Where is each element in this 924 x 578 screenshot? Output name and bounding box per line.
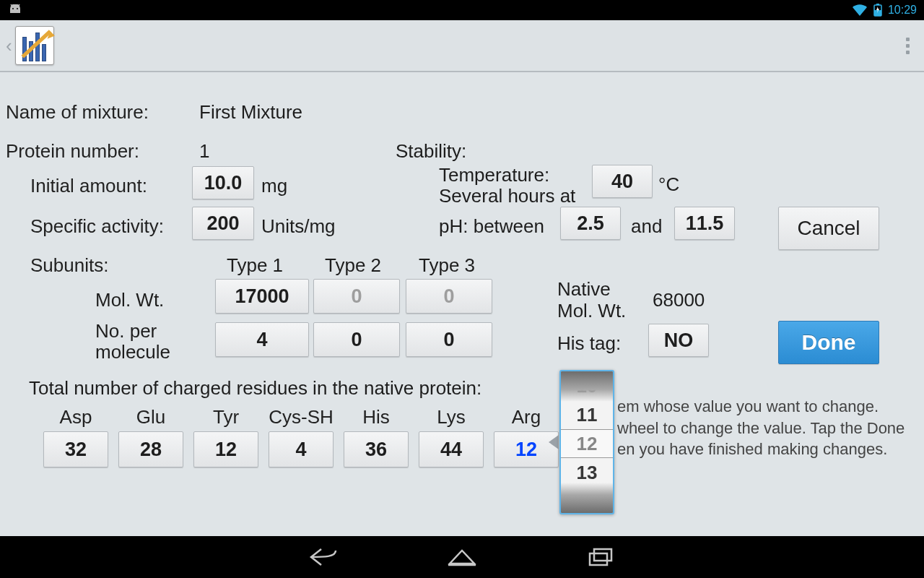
wifi-icon (852, 4, 868, 17)
residue-asp-header: Asp (60, 406, 92, 428)
initial-amount-unit: mg (261, 175, 287, 197)
native-molwt-value: 68000 (653, 289, 705, 311)
back-button[interactable]: ‹ (6, 35, 12, 57)
name-value: First Mixture (199, 101, 302, 124)
specific-activity-label: Specific activity: (30, 215, 164, 238)
molwt-type3-field[interactable]: 0 (406, 279, 492, 314)
molwt-type2-field[interactable]: 0 (313, 279, 400, 314)
cancel-button[interactable]: Cancel (778, 207, 879, 250)
nav-back-button[interactable] (305, 544, 342, 570)
battery-charging-icon (873, 4, 882, 17)
residue-bar: Asp32 Glu28 Tyr12 Cys-SH4 His36 Lys44 Ar… (43, 406, 559, 467)
residue-cys-field[interactable]: 4 (269, 431, 334, 467)
type3-header: Type 3 (419, 254, 475, 277)
specific-activity-unit: Units/mg (261, 215, 336, 238)
npm-type1-field[interactable]: 4 (215, 322, 309, 357)
native-molwt-label: NativeMol. Wt. (557, 279, 626, 322)
residue-his-field[interactable]: 36 (344, 431, 409, 467)
initial-amount-label: Initial amount: (30, 175, 147, 197)
wheel-item[interactable]: 11 (561, 400, 613, 429)
svg-point-0 (12, 8, 14, 9)
residue-tyr-field[interactable]: 12 (193, 431, 258, 467)
number-picker-wheel[interactable]: 10 11 12 13 14 (559, 370, 614, 514)
stability-label: Stability: (396, 140, 466, 163)
android-status-bar: 10:29 (0, 0, 924, 20)
protein-number-label: Protein number: (6, 140, 139, 163)
ph-high-field[interactable]: 11.5 (674, 207, 735, 240)
npm-type3-field[interactable]: 0 (406, 322, 492, 357)
android-nav-bar (0, 536, 924, 578)
temperature-label: Temperature:Several hours at (439, 165, 575, 206)
svg-rect-5 (876, 4, 879, 5)
wheel-item[interactable]: 13 (561, 458, 613, 487)
done-button[interactable]: Done (778, 321, 879, 364)
residue-lys-header: Lys (437, 406, 466, 428)
svg-rect-9 (594, 549, 611, 561)
residue-his-header: His (362, 406, 390, 428)
residue-arg-header: Arg (512, 406, 541, 428)
residue-cys-header: Cys-SH (269, 406, 334, 428)
specific-activity-field[interactable]: 200 (192, 207, 254, 240)
npm-label: No. permolecule (95, 321, 170, 362)
residue-tyr-header: Tyr (213, 406, 239, 428)
residue-lys-field[interactable]: 44 (419, 431, 484, 467)
type1-header: Type 1 (227, 254, 283, 277)
help-text: em whose value you want to change. wheel… (617, 396, 910, 460)
npm-type2-field[interactable]: 0 (313, 322, 400, 357)
svg-point-1 (17, 8, 18, 9)
app-icon[interactable] (15, 26, 54, 65)
type2-header: Type 2 (325, 254, 381, 277)
subunits-label: Subunits: (30, 254, 108, 277)
ph-and: and (631, 215, 662, 238)
histag-label: His tag: (557, 332, 621, 355)
initial-amount-field[interactable]: 10.0 (192, 166, 254, 199)
wheel-item[interactable]: 14 (561, 487, 613, 514)
svg-rect-8 (590, 553, 607, 565)
nav-home-button[interactable] (443, 544, 481, 570)
clock: 10:29 (888, 4, 917, 17)
android-icon (7, 4, 23, 16)
temperature-field[interactable]: 40 (592, 165, 653, 198)
ph-label: pH: between (439, 215, 544, 238)
molwt-type1-field[interactable]: 17000 (215, 279, 309, 314)
residue-glu-header: Glu (136, 406, 165, 428)
form-content: Name of mixture: First Mixture Protein n… (0, 72, 924, 536)
protein-number-value: 1 (199, 140, 209, 163)
name-label: Name of mixture: (6, 101, 149, 124)
wheel-pointer-icon (549, 435, 559, 449)
residues-label: Total number of charged residues in the … (29, 377, 481, 400)
ph-low-field[interactable]: 2.5 (560, 207, 621, 240)
residue-asp-field[interactable]: 32 (43, 431, 108, 467)
nav-recent-button[interactable] (582, 544, 619, 570)
overflow-menu-button[interactable] (897, 38, 918, 54)
molwt-label: Mol. Wt. (95, 289, 164, 311)
temperature-unit: °C (658, 173, 679, 196)
wheel-item[interactable]: 10 (561, 371, 613, 400)
action-bar: ‹ (0, 20, 924, 72)
residue-glu-field[interactable]: 28 (118, 431, 183, 467)
histag-field[interactable]: NO (648, 324, 709, 357)
